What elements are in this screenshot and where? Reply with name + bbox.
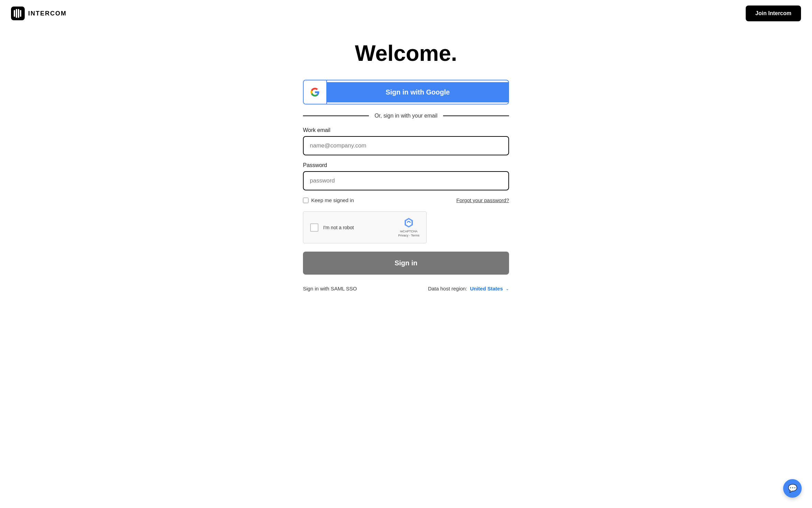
password-input[interactable] (303, 171, 509, 190)
recaptcha-text: I'm not a robot (323, 225, 354, 230)
welcome-title: Welcome. (355, 41, 457, 66)
keep-signed-in-checkbox[interactable] (303, 198, 308, 203)
remember-left: Keep me signed in (303, 197, 354, 203)
google-signin-label: Sign in with Google (327, 82, 508, 102)
header: INTERCOM Join Intercom (0, 0, 812, 27)
google-signin-button[interactable]: Sign in with Google (303, 80, 509, 104)
signin-button[interactable]: Sign in (303, 252, 509, 275)
divider-line-right (443, 115, 509, 116)
email-field-group: Work email (303, 127, 509, 155)
svg-rect-2 (16, 9, 17, 18)
recaptcha-left: I'm not a robot (310, 223, 354, 232)
chat-bubble-button[interactable]: 💬 (783, 479, 802, 498)
recaptcha-box: I'm not a robot reCAPTCHA Privacy - Term… (303, 211, 427, 243)
recaptcha-brand-label: reCAPTCHA Privacy - Terms (398, 230, 419, 238)
email-input[interactable] (303, 136, 509, 155)
divider-line-left (303, 115, 369, 116)
data-host-label: Data host region: (428, 286, 467, 291)
svg-rect-1 (14, 10, 15, 17)
svg-rect-4 (20, 10, 21, 17)
remember-label: Keep me signed in (311, 197, 354, 203)
form-container: Sign in with Google Or, sign in with you… (303, 80, 509, 291)
chevron-down-icon[interactable]: ⌄ (506, 286, 509, 291)
forgot-password-link[interactable]: Forgot your password? (456, 197, 509, 203)
saml-link[interactable]: Sign in with SAML SSO (303, 286, 357, 291)
svg-rect-3 (18, 9, 19, 18)
recaptcha-right: reCAPTCHA Privacy - Terms (398, 217, 419, 238)
google-icon-area (304, 80, 327, 104)
logo-area: INTERCOM (11, 7, 67, 20)
bottom-row: Sign in with SAML SSO Data host region: … (303, 286, 509, 291)
remember-row: Keep me signed in Forgot your password? (303, 197, 509, 203)
data-host-region-link[interactable]: United States (470, 286, 503, 291)
intercom-logo-icon (11, 7, 25, 20)
recaptcha-logo-icon (403, 217, 414, 228)
main-content: Welcome. Sign in with Google Or, sign in… (0, 27, 812, 319)
google-g-icon (310, 87, 320, 97)
recaptcha-checkbox[interactable] (310, 223, 318, 232)
join-intercom-button[interactable]: Join Intercom (746, 5, 801, 21)
divider: Or, sign in with your email (303, 113, 509, 119)
logo-text: INTERCOM (28, 10, 67, 17)
divider-text: Or, sign in with your email (374, 113, 437, 119)
email-label: Work email (303, 127, 509, 133)
data-host-area: Data host region: United States ⌄ (428, 286, 509, 291)
chat-bubble-icon: 💬 (788, 484, 797, 493)
password-field-group: Password (303, 162, 509, 190)
password-label: Password (303, 162, 509, 168)
